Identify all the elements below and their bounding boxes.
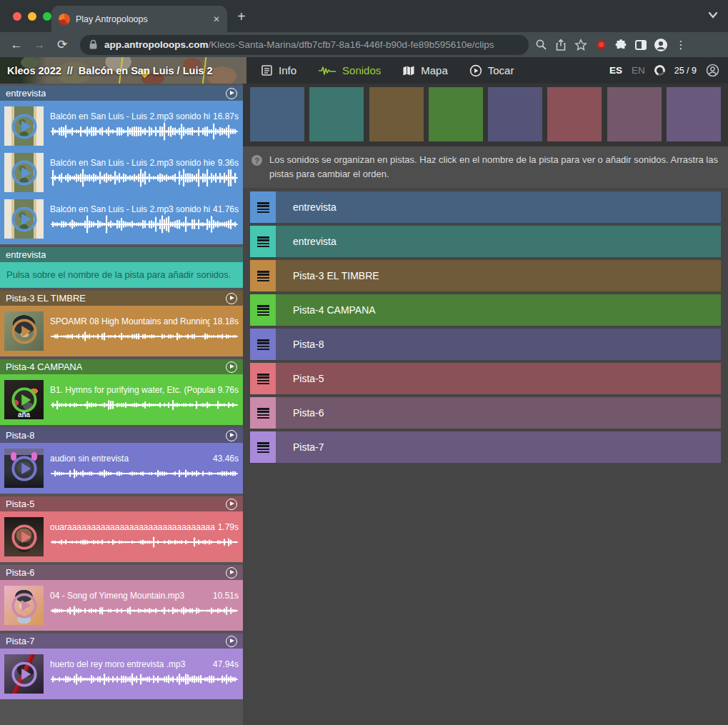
track-header[interactable]: entrevista: [0, 247, 243, 262]
play-clip-icon[interactable]: [11, 113, 38, 140]
new-tab-button[interactable]: +: [237, 9, 246, 24]
clip-waveform[interactable]: [50, 532, 239, 552]
lang-es-button[interactable]: ES: [609, 65, 622, 76]
clip-thumbnail[interactable]: [4, 586, 44, 625]
track-row[interactable]: Pista-4 CAMPANA: [250, 294, 721, 326]
play-track-icon[interactable]: [226, 430, 237, 441]
track-row[interactable]: Pista-5: [250, 363, 721, 394]
play-clip-icon[interactable]: [11, 318, 38, 345]
clip-thumbnail[interactable]: [4, 449, 44, 488]
track-row-label[interactable]: Pista-5: [276, 363, 721, 394]
audio-clip[interactable]: Balcón en San Luis - Luis 2.mp3 sonido h…: [3, 150, 240, 195]
clip-thumbnail[interactable]: [4, 654, 44, 694]
zoom-icon[interactable]: [533, 37, 549, 53]
track-row[interactable]: Pista-7: [250, 431, 721, 463]
address-bar[interactable]: app.antropoloops.com/Kleos-Santa-Marina/…: [80, 35, 529, 55]
minimize-window-button[interactable]: [28, 12, 36, 21]
track-header[interactable]: Pista-3 EL TIMBRE: [0, 291, 243, 306]
clip-thumbnail[interactable]: [4, 199, 44, 239]
track-row[interactable]: Pista-6: [250, 397, 721, 429]
play-clip-icon[interactable]: [11, 592, 38, 619]
clip-waveform[interactable]: [50, 464, 239, 484]
track-color-cell[interactable]: [429, 87, 483, 141]
drag-handle-icon[interactable]: [250, 260, 276, 291]
audio-clip[interactable]: ouaraaaaaaaaaaaaaaaaaaaaaaaaaaaaaaaaaaaa…: [3, 514, 240, 559]
track-header[interactable]: entrevista: [0, 86, 243, 101]
nav-info[interactable]: Info: [261, 64, 296, 76]
forward-button[interactable]: →: [30, 38, 49, 52]
record-extension-icon[interactable]: [593, 37, 609, 53]
track-color-cell[interactable]: [667, 87, 721, 141]
audio-clip[interactable]: SPOAMR 08 High Mountains and Running ...…: [3, 309, 240, 354]
track-color-cell[interactable]: [250, 87, 304, 141]
track-color-cell[interactable]: [607, 87, 662, 141]
track-color-cell[interactable]: [488, 87, 542, 141]
drag-handle-icon[interactable]: [250, 226, 276, 257]
clip-waveform[interactable]: [50, 601, 239, 621]
track-header[interactable]: Pista-4 CAMPANA: [0, 359, 243, 374]
fullscreen-window-button[interactable]: [43, 12, 51, 21]
play-track-icon[interactable]: [226, 499, 237, 510]
play-clip-icon[interactable]: [11, 159, 38, 186]
clip-thumbnail[interactable]: [4, 311, 44, 351]
track-row-label[interactable]: Pista-4 CAMPANA: [276, 294, 721, 326]
share-icon[interactable]: [553, 37, 569, 53]
track-row[interactable]: Pista-3 EL TIMBRE: [250, 260, 721, 291]
back-button[interactable]: ←: [7, 38, 26, 52]
project-map-banner[interactable]: Kleos 2022 // Balcón en San Luis / Luis …: [0, 57, 246, 84]
play-clip-icon[interactable]: [11, 661, 38, 688]
track-header[interactable]: Pista-5: [0, 496, 243, 511]
track-header[interactable]: Pista-7: [0, 634, 243, 649]
nav-sonidos[interactable]: Sonidos: [318, 64, 381, 76]
clip-thumbnail[interactable]: [4, 106, 44, 146]
clip-thumbnail[interactable]: aña: [4, 380, 44, 419]
close-window-button[interactable]: [13, 12, 21, 21]
play-track-icon[interactable]: [226, 361, 237, 373]
reload-button[interactable]: ⟳: [53, 37, 71, 52]
extensions-puzzle-icon[interactable]: [613, 37, 629, 53]
audio-clip[interactable]: aña B1. Hymns for purifying water, Etc. …: [3, 377, 240, 422]
audio-clip[interactable]: audion sin entrevista 43.46s: [3, 446, 240, 491]
drag-handle-icon[interactable]: [250, 397, 276, 429]
clip-thumbnail[interactable]: [4, 517, 44, 556]
play-clip-icon[interactable]: [11, 386, 38, 414]
play-clip-icon[interactable]: [11, 455, 38, 482]
clip-waveform[interactable]: [50, 669, 239, 689]
track-color-cell[interactable]: [369, 87, 424, 141]
track-row-label[interactable]: Pista-3 EL TIMBRE: [276, 260, 721, 291]
track-row-label[interactable]: Pista-6: [276, 397, 721, 429]
drag-handle-icon[interactable]: [250, 294, 276, 326]
clip-waveform[interactable]: [50, 326, 239, 346]
drag-handle-icon[interactable]: [250, 431, 276, 463]
browser-menu-icon[interactable]: ⋮: [673, 37, 689, 53]
lang-en-button[interactable]: EN: [632, 65, 645, 76]
clip-waveform[interactable]: [50, 395, 239, 415]
audio-clip[interactable]: huerto del rey moro entrevista .mp3 47.9…: [3, 651, 240, 696]
tab-search-chevron-icon[interactable]: [708, 11, 718, 19]
track-row[interactable]: Pista-8: [250, 329, 721, 360]
nav-mapa[interactable]: Mapa: [402, 64, 448, 76]
bookmark-star-icon[interactable]: [573, 37, 589, 53]
nav-tocar[interactable]: Tocar: [469, 64, 514, 77]
play-clip-icon[interactable]: [11, 524, 38, 551]
track-row[interactable]: entrevista: [250, 226, 721, 257]
track-row[interactable]: entrevista: [250, 191, 721, 223]
track-header[interactable]: Pista-8: [0, 428, 243, 443]
drag-handle-icon[interactable]: [250, 363, 276, 394]
clip-waveform[interactable]: [50, 121, 239, 141]
track-row-label[interactable]: Pista-8: [276, 329, 721, 360]
clip-waveform[interactable]: [50, 214, 239, 234]
track-row-label[interactable]: entrevista: [276, 191, 721, 223]
drag-handle-icon[interactable]: [250, 329, 276, 360]
play-clip-icon[interactable]: [11, 206, 38, 233]
clip-waveform[interactable]: [50, 168, 239, 188]
track-header[interactable]: Pista-6: [0, 565, 243, 580]
drag-handle-icon[interactable]: [250, 191, 276, 223]
tab-close-icon[interactable]: ✕: [213, 14, 220, 24]
browser-tab[interactable]: Play Antropoloops ✕: [51, 6, 227, 32]
track-color-cell[interactable]: [309, 87, 364, 141]
side-panel-icon[interactable]: [633, 37, 649, 53]
profile-avatar-icon[interactable]: [653, 37, 669, 53]
clip-thumbnail[interactable]: [4, 153, 44, 192]
play-track-icon[interactable]: [226, 293, 237, 304]
